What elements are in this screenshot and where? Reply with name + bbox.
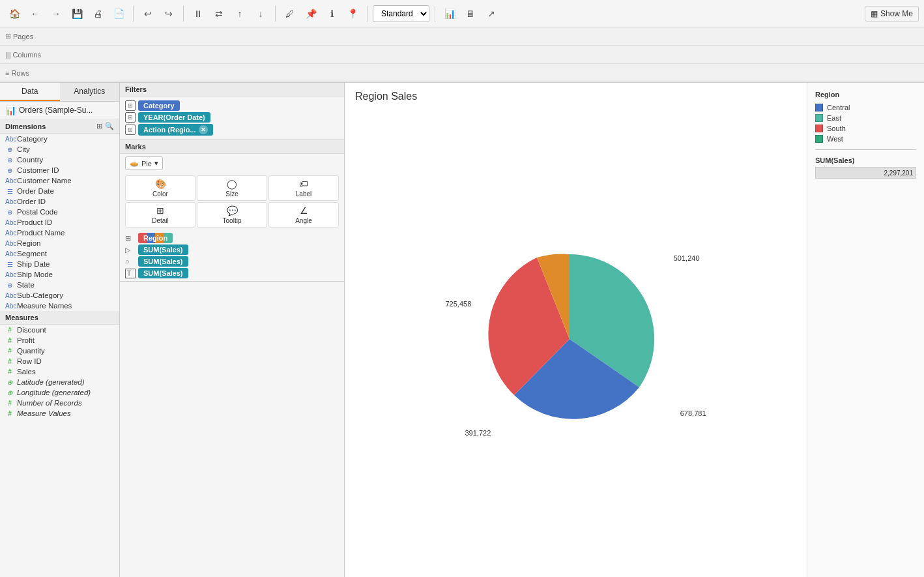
pages-icon: ⊞ <box>5 32 11 40</box>
field-label: Product ID <box>17 218 52 226</box>
sort-desc-btn[interactable]: ↓ <box>252 5 270 23</box>
sep5 <box>435 6 435 22</box>
dimensions-grid-btn[interactable]: ⊞ <box>96 122 102 130</box>
mark-field-label-pill[interactable]: SUM(Sales) <box>138 268 188 278</box>
export-btn[interactable]: 📄 <box>109 5 128 23</box>
show-me-button[interactable]: ▦ Show Me <box>865 6 919 22</box>
filters-section: Filters ⊞ Category ⊞ YEAR(Order Date) ⊞ … <box>120 83 344 140</box>
save-btn[interactable]: 💾 <box>68 5 86 23</box>
chart-type-btn[interactable]: 📊 <box>440 5 459 23</box>
dimension-item[interactable]: Abc Category <box>0 134 119 144</box>
share-btn[interactable]: ↗ <box>482 5 500 23</box>
legend-sum-title: SUM(Sales) <box>815 156 916 164</box>
marks-size-btn[interactable]: ◯ Size <box>197 175 267 201</box>
measure-item[interactable]: # Profit <box>0 335 119 346</box>
tab-analytics[interactable]: Analytics <box>60 83 120 101</box>
filter-year-label[interactable]: YEAR(Order Date) <box>138 112 210 123</box>
legend-item[interactable]: East <box>815 114 916 122</box>
device-btn[interactable]: 🖥 <box>461 5 480 23</box>
measure-item[interactable]: # Quantity <box>0 346 119 356</box>
dimension-item[interactable]: ⊕ Customer ID <box>0 165 119 175</box>
back-btn[interactable]: ← <box>26 5 44 23</box>
measure-item[interactable]: ⊕ Latitude (generated) <box>0 377 119 387</box>
print-btn[interactable]: 🖨 <box>89 5 107 23</box>
datasource-item[interactable]: 📊 Orders (Sample-Su... <box>0 102 119 119</box>
filter-year-icon: ⊞ <box>125 112 136 123</box>
marks-color-icon: 🎨 <box>155 179 166 189</box>
marks-type-dropdown[interactable]: 🥧 Pie ▾ <box>125 156 163 170</box>
marks-detail-btn[interactable]: ⊞ Detail <box>125 202 195 228</box>
measure-item[interactable]: # Sales <box>0 366 119 377</box>
undo-btn[interactable]: ↩ <box>139 5 157 23</box>
mark-field-angle: ○ SUM(Sales) <box>125 256 339 267</box>
mark-field-region-pill[interactable]: Region <box>138 233 173 243</box>
filter-action-remove[interactable]: ✕ <box>199 125 208 134</box>
measure-item[interactable]: # Measure Values <box>0 408 119 419</box>
dimension-item[interactable]: Abc Product ID <box>0 217 119 228</box>
measures-header: Measures <box>0 311 119 325</box>
marks-angle-btn[interactable]: ∠ Angle <box>268 202 339 228</box>
mark-field-region-icon: ⊞ <box>125 234 136 243</box>
sort-asc-btn[interactable]: ↑ <box>231 5 249 23</box>
dimension-item[interactable]: Abc Segment <box>0 248 119 259</box>
highlight-btn[interactable]: 🖊 <box>281 5 299 23</box>
dimension-item[interactable]: Abc Customer Name <box>0 175 119 186</box>
dimension-item[interactable]: ☰ Ship Date <box>0 259 119 269</box>
dimension-item[interactable]: ⊕ State <box>0 280 119 290</box>
mark-field-angle-pill[interactable]: SUM(Sales) <box>138 256 188 267</box>
pages-content[interactable] <box>42 29 921 44</box>
marks-label-btn[interactable]: 🏷 Label <box>268 175 339 201</box>
rows-shelf: ≡ Rows <box>0 64 924 82</box>
standard-dropdown[interactable]: Standard <box>373 5 429 22</box>
show-me-icon: ▦ <box>871 9 878 18</box>
redo-btn[interactable]: ↪ <box>160 5 178 23</box>
marks-color-btn[interactable]: 🎨 Color <box>125 175 195 201</box>
dimension-item[interactable]: ⊕ City <box>0 144 119 155</box>
dimension-item[interactable]: Abc Region <box>0 238 119 248</box>
field-label: Sales <box>17 368 36 376</box>
field-label: Measure Values <box>17 409 71 417</box>
swap-btn[interactable]: ⇄ <box>210 5 228 23</box>
dimension-item[interactable]: Abc Ship Mode <box>0 269 119 280</box>
marks-label-icon: 🏷 <box>299 179 308 189</box>
sep2 <box>183 6 184 22</box>
pause-btn[interactable]: ⏸ <box>189 5 207 23</box>
dimension-item[interactable]: Abc Measure Names <box>0 301 119 311</box>
dropdown-arrow: ▾ <box>154 159 158 168</box>
legend-item[interactable]: Central <box>815 104 916 111</box>
dimensions-search-btn[interactable]: 🔍 <box>105 122 114 130</box>
forward-btn[interactable]: → <box>47 5 65 23</box>
filter-category-icon: ⊞ <box>125 100 136 111</box>
measures-label: Measures <box>5 314 38 321</box>
home-btn[interactable]: 🏠 <box>5 5 23 23</box>
dimension-item[interactable]: ☰ Order Date <box>0 186 119 196</box>
filter-category-label[interactable]: Category <box>138 100 180 111</box>
tooltip-btn[interactable]: 📌 <box>302 5 320 23</box>
measure-item[interactable]: # Discount <box>0 325 119 335</box>
sep3 <box>275 6 276 22</box>
dimension-item[interactable]: Abc Product Name <box>0 228 119 238</box>
dimension-item[interactable]: ⊕ Country <box>0 155 119 165</box>
legend-item[interactable]: South <box>815 125 916 132</box>
dimension-item[interactable]: Abc Order ID <box>0 196 119 207</box>
datasource-label: Orders (Sample-Su... <box>19 106 93 115</box>
dimension-item[interactable]: ⊕ Postal Code <box>0 207 119 217</box>
info-btn[interactable]: ℹ <box>323 5 341 23</box>
marks-tooltip-icon: 💬 <box>227 205 238 216</box>
dimensions-icons: ⊞ 🔍 <box>96 122 114 130</box>
marks-tooltip-btn[interactable]: 💬 Tooltip <box>197 202 267 228</box>
measure-item[interactable]: ⊕ Longitude (generated) <box>0 387 119 398</box>
dimension-item[interactable]: Abc Sub-Category <box>0 290 119 301</box>
tab-data[interactable]: Data <box>0 83 60 101</box>
measure-item[interactable]: # Row ID <box>0 356 119 366</box>
field-label: Longitude (generated) <box>17 389 91 396</box>
mark-field-size-pill[interactable]: SUM(Sales) <box>138 244 188 255</box>
legend-item[interactable]: West <box>815 135 916 143</box>
columns-content[interactable] <box>42 47 921 63</box>
rows-content[interactable] <box>42 65 921 81</box>
measure-item[interactable]: # Number of Records <box>0 398 119 408</box>
pin-btn[interactable]: 📍 <box>343 5 362 23</box>
filter-action-label[interactable]: Action (Regio... ✕ <box>138 124 213 136</box>
marks-buttons-grid: 🎨 Color ◯ Size 🏷 Label ⊞ Detail 💬 T <box>120 173 344 230</box>
field-icon: Abc <box>5 136 14 143</box>
